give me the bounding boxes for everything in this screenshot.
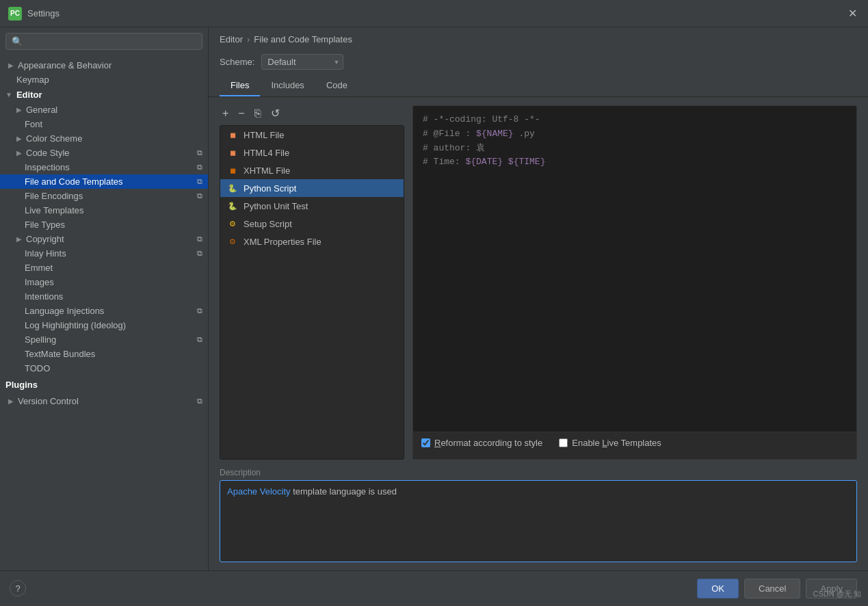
copy-icon: ⧉ [197, 249, 202, 258]
description-section: Description Apache Velocity template lan… [220, 468, 857, 562]
add-button[interactable]: + [220, 106, 231, 121]
file-list-panel: + − ⎘ ↺ ◼ HTML File ◼ HTML4 File [220, 105, 404, 460]
description-label: Description [220, 468, 857, 477]
sidebar-item-file-types[interactable]: File Types [0, 218, 208, 232]
sidebar-item-label: Inspections [25, 162, 70, 172]
sidebar-item-font[interactable]: Font [0, 117, 208, 131]
watermark: CSDN @无 知 [813, 589, 861, 599]
sidebar-item-appearance[interactable]: ▶ Appearance & Behavior [0, 58, 208, 73]
sidebar-item-file-code-templates[interactable]: File and Code Templates ⧉ [0, 174, 208, 189]
scheme-select-wrap: Default Project [261, 54, 343, 70]
sidebar-item-language-injections[interactable]: Language Injections ⧉ [0, 304, 208, 318]
code-line-3: # author: 袁 [423, 142, 847, 156]
file-item-label: XML Properties File [244, 237, 321, 247]
sidebar-item-label: General [26, 105, 57, 115]
scheme-label: Scheme: [220, 57, 254, 67]
sidebar-tree: ▶ Appearance & Behavior Keymap ▼ Editor … [0, 55, 208, 570]
sidebar-item-images[interactable]: Images [0, 275, 208, 289]
sidebar-item-file-encodings[interactable]: File Encodings ⧉ [0, 189, 208, 203]
file-item-label: XHTML File [244, 166, 290, 176]
sidebar-item-label: Color Scheme [26, 133, 82, 144]
sidebar-item-label: Plugins [5, 380, 38, 390]
sidebar-item-keymap[interactable]: Keymap [0, 73, 208, 87]
file-item-label: Python Unit Test [244, 201, 308, 211]
sidebar-item-copyright[interactable]: ▶ Copyright ⧉ [0, 232, 208, 246]
sidebar-item-label: Log Highlighting (Ideolog) [25, 320, 126, 330]
title-bar: PC Settings ✕ [0, 0, 868, 27]
tabs-row: Files Includes Code [209, 75, 868, 97]
help-icon[interactable]: ? [10, 580, 26, 596]
scheme-row: Scheme: Default Project [209, 51, 868, 75]
file-item-label: Setup Script [244, 219, 292, 229]
sidebar-item-inlay-hints[interactable]: Inlay Hints ⧉ [0, 246, 208, 261]
breadcrumb-part-templates: File and Code Templates [254, 34, 352, 44]
scheme-select[interactable]: Default Project [261, 54, 343, 70]
expand-arrow: ▶ [8, 62, 14, 69]
sidebar-item-label: Editor [16, 90, 42, 100]
file-item-label: HTML File [244, 130, 284, 140]
xml-file-icon: ⚙ [227, 236, 238, 247]
file-item-setup-script[interactable]: ⚙ Setup Script [220, 215, 404, 233]
sidebar-item-plugins[interactable]: Plugins [0, 376, 208, 394]
sidebar-item-spelling[interactable]: Spelling ⧉ [0, 332, 208, 347]
window-title: Settings [27, 8, 845, 18]
copy-icon: ⧉ [197, 335, 202, 344]
reformat-checkbox-label[interactable]: Reformat according to style [421, 438, 542, 448]
window-controls: ✕ [845, 7, 860, 20]
file-item-python-unit-test[interactable]: 🐍 Python Unit Test [220, 197, 404, 215]
sidebar-item-color-scheme[interactable]: ▶ Color Scheme [0, 131, 208, 146]
search-input[interactable] [27, 36, 196, 47]
expand-arrow: ▶ [8, 397, 14, 405]
reset-button[interactable]: ↺ [268, 105, 282, 121]
sidebar-item-emmet[interactable]: Emmet [0, 261, 208, 275]
close-button[interactable]: ✕ [845, 7, 860, 20]
sidebar-item-label: File and Code Templates [25, 176, 123, 187]
tab-code[interactable]: Code [315, 75, 358, 96]
file-item-xml-properties[interactable]: ⚙ XML Properties File [220, 233, 404, 250]
apache-velocity-link[interactable]: Apache Velocity [227, 486, 291, 497]
sidebar-item-todo[interactable]: TODO [0, 361, 208, 376]
copy-icon: ⧉ [197, 306, 202, 315]
setup-script-icon: ⚙ [227, 218, 238, 229]
sidebar-item-version-control[interactable]: ▶ Version Control ⧉ [0, 394, 208, 408]
code-line-2: # @File : ${NAME} .py [423, 127, 847, 142]
sidebar-item-log-highlighting[interactable]: Log Highlighting (Ideolog) [0, 318, 208, 332]
code-editor[interactable]: # -*-coding: Utf-8 -*- # @File : ${NAME}… [413, 106, 856, 432]
breadcrumb-separator: › [247, 34, 250, 44]
ok-button[interactable]: OK [697, 579, 739, 598]
file-item-python-script[interactable]: 🐍 Python Script [220, 179, 404, 197]
expand-arrow: ▶ [16, 106, 22, 114]
sidebar-item-live-templates[interactable]: Live Templates [0, 203, 208, 218]
settings-window: PC Settings ✕ 🔍 ▶ Appearance & Behavior … [0, 0, 868, 606]
sidebar-item-label: TODO [25, 363, 50, 373]
sidebar-item-editor[interactable]: ▼ Editor [0, 87, 208, 103]
live-templates-checkbox-label[interactable]: Enable Live Templates [559, 438, 661, 448]
sidebar-item-label: Spelling [25, 334, 56, 345]
copy-template-button[interactable]: ⎘ [252, 106, 264, 121]
search-icon: 🔍 [12, 36, 23, 47]
copy-icon: ⧉ [197, 148, 202, 157]
file-item-html4[interactable]: ◼ HTML4 File [220, 144, 404, 161]
sidebar: 🔍 ▶ Appearance & Behavior Keymap ▼ Edito… [0, 27, 209, 570]
tab-files[interactable]: Files [220, 75, 260, 96]
copy-icon: ⧉ [197, 177, 202, 186]
remove-button[interactable]: − [235, 106, 247, 121]
cancel-button[interactable]: Cancel [744, 579, 800, 598]
sidebar-item-inspections[interactable]: Inspections ⧉ [0, 160, 208, 174]
app-icon: PC [8, 7, 22, 21]
search-box[interactable]: 🔍 [5, 33, 202, 50]
file-item-label: Python Script [244, 183, 296, 194]
live-templates-checkbox[interactable] [559, 438, 568, 447]
sidebar-item-textmate-bundles[interactable]: TextMate Bundles [0, 347, 208, 361]
description-text: template language is used [291, 486, 397, 497]
reformat-checkbox[interactable] [421, 438, 430, 447]
sidebar-item-intentions[interactable]: Intentions [0, 289, 208, 304]
description-box: Apache Velocity template language is use… [220, 480, 857, 562]
sidebar-item-general[interactable]: ▶ General [0, 103, 208, 117]
file-item-html[interactable]: ◼ HTML File [220, 126, 404, 144]
file-item-xhtml[interactable]: ◼ XHTML File [220, 161, 404, 179]
file-item-label: HTML4 File [244, 148, 289, 158]
sidebar-item-code-style[interactable]: ▶ Code Style ⧉ [0, 146, 208, 160]
sidebar-item-label: Intentions [25, 291, 63, 302]
tab-includes[interactable]: Includes [260, 75, 315, 96]
